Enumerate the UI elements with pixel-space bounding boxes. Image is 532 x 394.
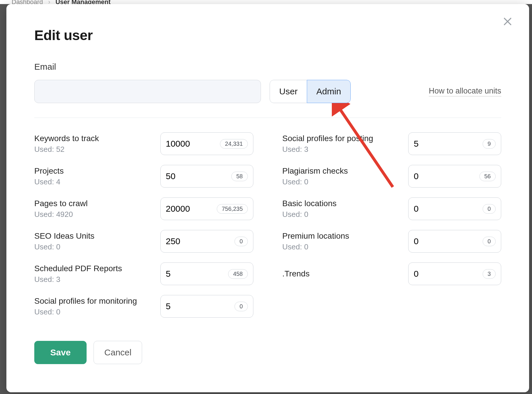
field-used: Used: 0 xyxy=(34,242,152,251)
field-label: Projects xyxy=(34,166,152,176)
field-label: SEO Ideas Units xyxy=(34,231,152,241)
field-label: Scheduled PDF Reports xyxy=(34,264,152,273)
save-button[interactable]: Save xyxy=(34,341,87,364)
field-used: Used: 4920 xyxy=(34,210,152,219)
field-label: Premium locations xyxy=(282,231,400,241)
avail-badge: 0 xyxy=(483,237,496,246)
field-input[interactable] xyxy=(414,171,463,181)
input-wrap: 24,331 xyxy=(160,132,253,155)
field-label: Keywords to track xyxy=(34,134,152,143)
input-wrap: 458 xyxy=(160,262,253,285)
close-icon xyxy=(502,16,513,27)
field-input[interactable] xyxy=(166,171,215,181)
field-used: Used: 4 xyxy=(34,177,152,186)
input-wrap: 9 xyxy=(408,132,501,155)
avail-badge: 756,235 xyxy=(217,204,248,214)
field-used: Used: 3 xyxy=(282,145,400,154)
input-wrap: 0 xyxy=(160,230,253,253)
breadcrumb-parent[interactable]: Dashboard xyxy=(12,0,43,4)
controls-row: User Admin How to allocate units xyxy=(34,80,501,103)
cancel-button[interactable]: Cancel xyxy=(94,341,142,364)
field-label: Plagiarism checks xyxy=(282,166,400,176)
modal-footer: Save Cancel xyxy=(34,341,501,364)
field-input[interactable] xyxy=(414,204,463,214)
field-label: Social profiles for monitoring xyxy=(34,296,152,306)
chevron-right-icon: › xyxy=(48,0,50,4)
input-wrap: 3 xyxy=(408,262,501,285)
input-wrap: 756,235 xyxy=(160,197,253,220)
edit-user-modal: Edit user Email User Admin How to alloca… xyxy=(6,4,529,392)
avail-badge: 9 xyxy=(483,139,496,149)
field-label: Basic locations xyxy=(282,199,400,208)
avail-badge: 458 xyxy=(228,269,248,279)
field-basic-locations: Basic locations Used: 0 0 xyxy=(282,197,501,220)
email-input[interactable] xyxy=(34,80,261,103)
modal-title: Edit user xyxy=(34,27,501,43)
field-label: .Trends xyxy=(282,269,400,278)
avail-badge: 0 xyxy=(234,237,248,246)
avail-badge: 24,331 xyxy=(220,139,248,149)
avail-badge: 0 xyxy=(234,302,248,311)
avail-badge: 58 xyxy=(231,172,248,181)
role-toggle: User Admin xyxy=(270,80,351,103)
allocate-units-link[interactable]: How to allocate units xyxy=(429,87,501,96)
field-label: Social profiles for posting xyxy=(282,134,400,143)
breadcrumb-current[interactable]: User Management xyxy=(55,0,111,4)
field-used: Used: 3 xyxy=(34,275,152,284)
field-used: Used: 0 xyxy=(282,177,400,186)
field-social-profiles-posting: Social profiles for posting Used: 3 9 xyxy=(282,132,501,155)
field-used: Used: 0 xyxy=(282,242,400,251)
field-used: Used: 52 xyxy=(34,145,152,154)
role-admin-button[interactable]: Admin xyxy=(307,80,351,103)
field-input[interactable] xyxy=(414,269,463,279)
avail-badge: 56 xyxy=(479,172,496,181)
breadcrumb: Dashboard › User Management xyxy=(0,0,532,4)
avail-badge: 3 xyxy=(483,269,496,279)
field-input[interactable] xyxy=(166,236,215,246)
role-user-button[interactable]: User xyxy=(270,80,307,103)
field-input[interactable] xyxy=(166,139,215,149)
input-wrap: 56 xyxy=(408,165,501,188)
field-used: Used: 0 xyxy=(34,307,152,316)
input-wrap: 0 xyxy=(408,197,501,220)
input-wrap: 0 xyxy=(160,295,253,318)
email-label: Email xyxy=(34,62,501,72)
divider xyxy=(34,118,501,118)
input-wrap: 58 xyxy=(160,165,253,188)
field-scheduled-pdf-reports: Scheduled PDF Reports Used: 3 458 xyxy=(34,262,253,285)
field-input[interactable] xyxy=(166,301,215,311)
field-projects: Projects Used: 4 58 xyxy=(34,165,253,188)
field-seo-ideas-units: SEO Ideas Units Used: 0 0 xyxy=(34,230,253,253)
field-premium-locations: Premium locations Used: 0 0 xyxy=(282,230,501,253)
close-button[interactable] xyxy=(501,15,514,28)
field-social-profiles-monitoring: Social profiles for monitoring Used: 0 0 xyxy=(34,295,253,318)
avail-badge: 0 xyxy=(483,204,496,214)
field-input[interactable] xyxy=(414,236,463,246)
field-input[interactable] xyxy=(166,204,215,214)
field-keywords-to-track: Keywords to track Used: 52 24,331 xyxy=(34,132,253,155)
limits-grid: Keywords to track Used: 52 24,331 Projec… xyxy=(34,132,501,318)
field-label: Pages to crawl xyxy=(34,199,152,208)
field-pages-to-crawl: Pages to crawl Used: 4920 756,235 xyxy=(34,197,253,220)
field-plagiarism-checks: Plagiarism checks Used: 0 56 xyxy=(282,165,501,188)
field-input[interactable] xyxy=(414,139,463,149)
field-used: Used: 0 xyxy=(282,210,400,219)
field-input[interactable] xyxy=(166,269,215,279)
input-wrap: 0 xyxy=(408,230,501,253)
field-trends: .Trends 3 xyxy=(282,262,501,285)
